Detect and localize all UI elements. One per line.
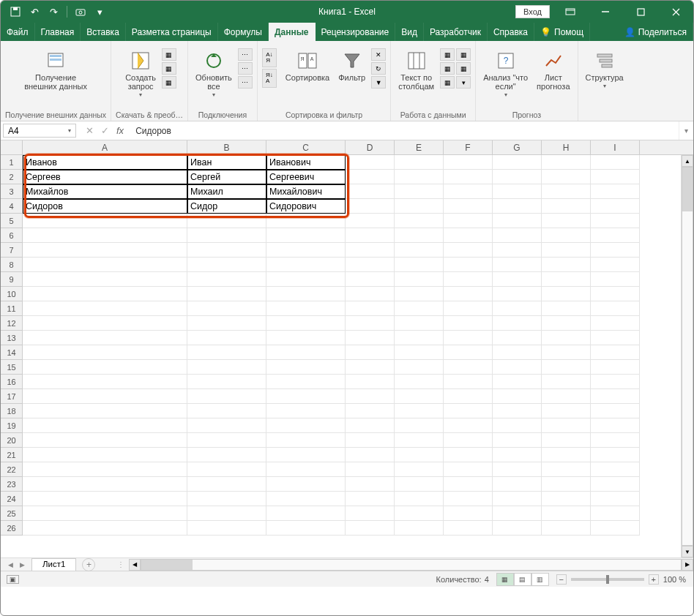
cell[interactable] — [542, 184, 591, 199]
cell[interactable] — [591, 433, 640, 448]
scroll-thumb[interactable] — [141, 560, 193, 570]
cell[interactable] — [266, 360, 346, 375]
text-to-columns-button[interactable]: Текст по столбцам — [395, 48, 437, 92]
cell[interactable]: Михайлович — [266, 184, 346, 199]
col-header[interactable]: D — [346, 140, 395, 154]
cell[interactable] — [23, 214, 187, 228]
cell[interactable] — [187, 214, 266, 228]
small-btn[interactable]: ▦ — [162, 48, 176, 61]
small-btn[interactable]: ⋯ — [238, 76, 253, 89]
scroll-thumb[interactable] — [682, 168, 693, 211]
cell[interactable] — [444, 375, 493, 389]
cell[interactable] — [346, 170, 395, 184]
name-box[interactable]: A4 ▾ — [3, 124, 76, 138]
cell[interactable] — [266, 375, 346, 389]
cell[interactable] — [591, 272, 640, 287]
small-btn[interactable]: ▦ — [162, 76, 176, 89]
cell[interactable] — [23, 243, 187, 258]
cell[interactable] — [23, 375, 187, 389]
sheet-next-icon[interactable]: ▶ — [17, 560, 27, 570]
cell[interactable] — [346, 301, 395, 316]
cell[interactable] — [346, 433, 395, 448]
cell[interactable] — [591, 448, 640, 462]
row-header[interactable]: 6 — [1, 228, 23, 243]
scroll-track[interactable] — [682, 167, 693, 546]
cell[interactable] — [266, 331, 346, 345]
cell[interactable] — [346, 214, 395, 228]
sort-button[interactable]: ЯA Сортировка — [283, 48, 332, 83]
cell[interactable] — [591, 301, 640, 316]
row-header[interactable]: 17 — [1, 389, 23, 404]
cell[interactable] — [395, 170, 444, 184]
cell[interactable] — [395, 331, 444, 345]
cell[interactable] — [395, 316, 444, 331]
cell[interactable] — [187, 462, 266, 477]
row-header[interactable]: 11 — [1, 301, 23, 316]
row-header[interactable]: 10 — [1, 287, 23, 301]
cell[interactable] — [542, 375, 591, 389]
row-header[interactable]: 9 — [1, 272, 23, 287]
cell[interactable] — [346, 272, 395, 287]
row-header[interactable]: 24 — [1, 492, 23, 506]
small-btn[interactable]: ▼ — [371, 76, 386, 89]
cell[interactable] — [591, 199, 640, 214]
filter-button[interactable]: Фильтр — [335, 48, 368, 83]
cell[interactable] — [395, 243, 444, 258]
new-query-button[interactable]: Создать запрос ▾ — [122, 48, 159, 100]
scroll-right-icon[interactable]: ▶ — [682, 559, 693, 571]
zoom-in-button[interactable]: + — [649, 574, 659, 585]
col-header[interactable]: E — [395, 140, 444, 154]
cell[interactable] — [23, 389, 187, 404]
ribbon-options-icon[interactable] — [556, 1, 585, 22]
cell[interactable] — [187, 345, 266, 360]
cell[interactable] — [591, 214, 640, 228]
scroll-left-icon[interactable]: ◀ — [129, 559, 141, 571]
cell[interactable] — [591, 331, 640, 345]
cell[interactable] — [493, 243, 542, 258]
cell[interactable] — [542, 155, 591, 170]
cell[interactable] — [23, 477, 187, 492]
cell[interactable] — [346, 492, 395, 506]
tell-me[interactable]: 💡Помощ — [534, 23, 590, 41]
cell[interactable] — [493, 301, 542, 316]
cell[interactable] — [395, 404, 444, 418]
cell[interactable] — [23, 345, 187, 360]
cell[interactable] — [542, 272, 591, 287]
cell[interactable] — [493, 433, 542, 448]
cell[interactable] — [395, 360, 444, 375]
cell[interactable] — [23, 433, 187, 448]
horizontal-scrollbar[interactable]: ⋮ ◀ ▶ — [117, 558, 693, 571]
cell[interactable] — [187, 418, 266, 433]
tab-developer[interactable]: Разработчик — [424, 23, 488, 41]
cell[interactable] — [591, 404, 640, 418]
cell[interactable] — [591, 316, 640, 331]
cell[interactable] — [493, 155, 542, 170]
tab-help[interactable]: Справка — [488, 23, 534, 41]
col-header[interactable]: C — [266, 140, 346, 154]
cell[interactable] — [444, 272, 493, 287]
cell[interactable] — [23, 228, 187, 243]
cell[interactable] — [187, 272, 266, 287]
cancel-icon[interactable]: ✕ — [86, 125, 94, 136]
col-header[interactable]: A — [23, 140, 187, 154]
row-header[interactable]: 7 — [1, 243, 23, 258]
cell[interactable] — [266, 492, 346, 506]
cell[interactable] — [187, 331, 266, 345]
cell[interactable] — [444, 360, 493, 375]
cell[interactable] — [591, 228, 640, 243]
cell[interactable] — [444, 404, 493, 418]
get-external-data-button[interactable]: Получение внешних данных — [21, 48, 90, 92]
cell[interactable]: Сергеевич — [266, 170, 346, 184]
cell[interactable] — [591, 155, 640, 170]
cell[interactable] — [542, 506, 591, 521]
cell[interactable] — [266, 433, 346, 448]
tab-view[interactable]: Вид — [395, 23, 424, 41]
view-normal-button[interactable]: ▦ — [496, 573, 514, 586]
cell[interactable] — [444, 214, 493, 228]
cell[interactable] — [395, 301, 444, 316]
row-header[interactable]: 25 — [1, 506, 23, 521]
add-sheet-button[interactable]: + — [82, 558, 95, 571]
cell[interactable] — [346, 331, 395, 345]
cell[interactable] — [591, 287, 640, 301]
cell[interactable] — [444, 448, 493, 462]
